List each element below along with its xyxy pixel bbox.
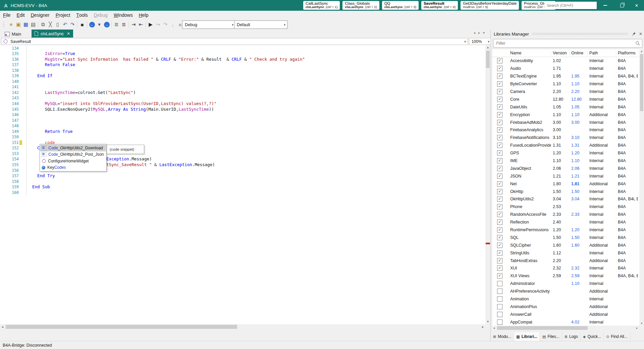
library-checkbox[interactable]: ✓ [497,135,502,140]
library-checkbox[interactable]: ✓ [497,265,502,271]
library-checkbox[interactable]: ✓ [497,120,502,125]
undo-icon[interactable]: ↶ [61,20,69,29]
library-checkbox[interactable]: ✓ [497,81,502,87]
column-header-online[interactable]: Online [570,51,588,55]
library-row[interactable]: ✓XUI2.322.32InternalB4A [492,264,640,272]
library-checkbox[interactable] [497,312,502,317]
library-checkbox[interactable]: ✓ [497,166,502,171]
vertical-scroll-thumb[interactable] [486,51,490,68]
library-checkbox[interactable]: ✓ [497,58,502,63]
library-checkbox[interactable]: ✓ [497,104,502,110]
paste-icon[interactable]: ▯ [54,20,61,29]
library-checkbox[interactable] [497,319,502,325]
menu-designer[interactable]: Designer [28,11,53,19]
scroll-down-icon[interactable]: ▼ [639,321,644,326]
close-button[interactable]: ✕ [629,0,644,11]
library-row[interactable]: AnswerCallAdditional [492,310,640,318]
titlebar-bookmark[interactable]: QQclsLastSync (ctrl + 3) [382,1,419,10]
code-editor[interactable]: 133 ProgressDialogHide134135 IsError=Tru… [0,45,485,324]
library-row[interactable]: ✓IME1.101.10InternalB4A [492,157,640,165]
indent-icon[interactable]: ⇥ [130,20,137,29]
save-icon[interactable]: ▦ [22,20,30,29]
scroll-up-icon[interactable]: ▲ [485,45,490,50]
conditional-symbols-combo[interactable]: Default ▾ [234,20,287,29]
library-row[interactable]: AnimationInternal [492,295,640,303]
close-tab-icon[interactable]: ✕ [67,32,70,36]
library-row[interactable]: ✓Audio1.71InternalB4A [492,65,640,72]
library-row[interactable]: ✓Net1.801.81AdditionalB4A [492,180,640,188]
library-row[interactable]: ✓SQLCipher1.601.60AdditionalB4A [492,241,640,249]
scroll-up-icon[interactable]: ▲ [639,49,644,53]
library-checkbox[interactable]: ✓ [497,66,502,71]
comment-icon[interactable]: ≣ [113,20,120,29]
library-row[interactable]: ✓Camera2.202.20InternalB4A [492,88,640,96]
library-row[interactable]: ✓JSON1.211.21InternalB4A [492,172,640,180]
library-checkbox[interactable]: ✓ [497,181,502,187]
designer-icon[interactable]: ⧉ [39,20,47,29]
autocomplete-item[interactable]: Code_OkHttpUtils2_Post_Json [40,151,106,158]
library-row[interactable]: ✓OkHttpUtils23.043.04InternalB4A, B4i, B… [492,195,640,203]
library-row[interactable]: ✓Encryption1.101.10AdditionalB4A [492,111,640,118]
library-row[interactable]: ✓FusedLocationProvider1.311.31Additional… [492,142,640,149]
menu-edit[interactable]: Edit [14,11,28,19]
open-project-icon[interactable]: ▣ [15,20,22,29]
panel-grip[interactable] [532,33,628,35]
titlebar-bookmark[interactable]: SaveResultclsLastSync (ctrl + 4) [421,1,458,10]
library-checkbox[interactable]: ✓ [497,235,502,240]
menu-help[interactable]: Help [136,11,152,19]
bookmark-icon[interactable]: ■ [78,20,86,29]
library-checkbox[interactable]: ✓ [497,189,502,194]
forward-icon[interactable]: → [103,20,110,29]
menu-project[interactable]: Project [53,11,73,19]
run-icon[interactable]: ▶ [147,20,154,29]
scroll-tabs-left-icon[interactable]: ◂ [474,31,475,35]
scroll-right-icon[interactable]: ► [635,326,639,331]
tab-list-dropdown-icon[interactable]: ▾ [483,31,485,35]
titlebar-bookmark[interactable]: CallLastSyncclsLastSync (ctrl + 1) [303,1,340,10]
library-row[interactable]: Administrator1.10Internal [492,280,640,288]
library-filter-box[interactable] [493,39,642,48]
tool-tab-modules[interactable]: ⊞Modu... [491,332,514,341]
zoom-selector-combo[interactable]: 100% ▾ [469,38,491,45]
column-header-version[interactable]: Version [551,51,570,55]
library-row[interactable]: ✓Reflection2.40InternalB4A [492,218,640,226]
autocomplete-item[interactable]: ConfigureHomeWidget [40,158,106,164]
menu-windows[interactable]: Windows [111,11,136,19]
library-checkbox[interactable]: ✓ [497,227,502,233]
library-row[interactable]: ✓Core12.8012.80InternalB4A [492,95,640,103]
pin-icon[interactable] [631,31,637,37]
library-checkbox[interactable]: ✓ [497,112,502,117]
editor-vertical-scrollbar[interactable]: ▲ ▼ [485,45,490,324]
library-row[interactable]: ✓GPS1.201.20InternalB4A [492,149,640,157]
uncomment-icon[interactable]: ≣ [120,20,127,29]
new-project-icon[interactable]: ∗ [7,20,15,29]
library-row[interactable]: AppCompat4.02Internal [492,318,640,326]
scroll-tabs-right-icon[interactable]: ▸ [478,31,480,35]
tool-tab-files[interactable]: ▤Files... [540,332,562,341]
tool-tab-find-all[interactable]: ⊙Find All... [604,332,630,341]
library-row[interactable]: ✓JavaObject2.062.06InternalB4A [492,164,640,172]
autocomplete-item[interactable]: Code_OkHttpUtils2_Download [40,145,106,151]
library-row[interactable]: ✓TabHostExtras2.20AdditionalB4A [492,257,640,264]
library-filter-input[interactable] [493,41,635,46]
libraries-vertical-scrollbar[interactable]: ▲ ▼ [639,49,644,326]
scroll-down-icon[interactable]: ▼ [485,319,490,324]
library-row[interactable]: ✓RandomAccessFile2.332.33InternalB4A [492,211,640,218]
tool-tab-quick[interactable]: ◈Quick... [581,332,604,341]
close-panel-icon[interactable]: ✕ [637,31,644,37]
horizontal-scroll-thumb[interactable] [6,325,237,329]
vertical-scroll-thumb[interactable] [640,54,643,111]
library-checkbox[interactable]: ✓ [497,204,502,209]
libraries-horizontal-scrollbar[interactable]: ◄ ► [492,326,639,331]
library-checkbox[interactable]: ✓ [497,196,502,202]
step-into-icon[interactable]: ↓ [169,20,176,29]
library-row[interactable]: ✓FirebaseAdMob23.003.00InternalB4A [492,118,640,126]
menu-debug[interactable]: Debug [91,11,111,19]
scroll-left-icon[interactable]: ◄ [0,324,5,330]
library-row[interactable]: AnimationPlusAdditional [492,303,640,311]
library-checkbox[interactable]: ✓ [497,89,502,94]
back-dropdown-icon[interactable]: ▾ [96,20,103,29]
restore-button[interactable] [614,0,629,11]
back-icon[interactable]: ← [88,20,96,29]
scroll-right-icon[interactable]: ► [480,324,485,330]
